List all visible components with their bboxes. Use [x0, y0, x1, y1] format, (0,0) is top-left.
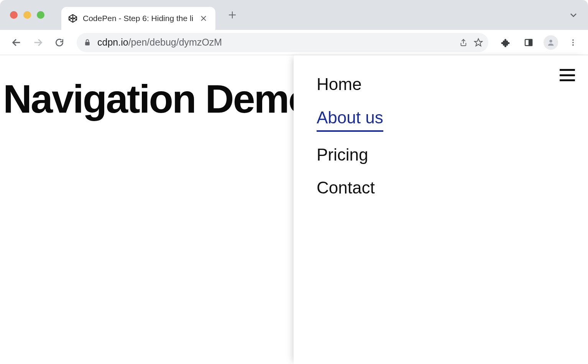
nav-item-home: Home: [317, 74, 565, 95]
hamburger-menu-button[interactable]: [560, 69, 575, 81]
browser-toolbar: cdpn.io/pen/debug/dymzOzM: [0, 30, 588, 55]
extensions-button[interactable]: [498, 34, 514, 51]
profile-avatar[interactable]: [544, 35, 558, 50]
window-zoom-button[interactable]: [37, 11, 44, 19]
window-close-button[interactable]: [10, 11, 18, 19]
nav-link-contact[interactable]: Contact: [317, 178, 375, 198]
share-icon[interactable]: [459, 38, 468, 47]
svg-marker-10: [475, 39, 482, 46]
window-minimize-button[interactable]: [23, 11, 31, 19]
side-panel-button[interactable]: [521, 34, 537, 51]
codepen-icon: [68, 14, 77, 23]
nav-item-pricing: Pricing: [317, 145, 565, 165]
tab-title: CodePen - Step 6: Hiding the li: [83, 14, 193, 23]
nav-link-home[interactable]: Home: [317, 74, 361, 95]
bookmark-icon[interactable]: [474, 38, 483, 47]
svg-point-13: [549, 39, 552, 42]
nav-list: Home About us Pricing Contact: [317, 74, 565, 198]
browser-chrome: CodePen - Step 6: Hiding the li: [0, 0, 588, 55]
url-host: cdpn.io: [97, 37, 128, 48]
svg-rect-9: [85, 42, 90, 45]
nav-link-about[interactable]: About us: [317, 108, 383, 132]
kebab-menu-button[interactable]: [565, 34, 581, 51]
nav-item-about: About us: [317, 108, 565, 132]
nav-item-contact: Contact: [317, 178, 565, 198]
tab-close-button[interactable]: [199, 13, 209, 23]
lock-icon: [84, 39, 91, 46]
browser-tab-active[interactable]: CodePen - Step 6: Hiding the li: [61, 7, 215, 30]
nav-link-pricing[interactable]: Pricing: [317, 145, 368, 165]
window-controls: [10, 11, 44, 19]
svg-rect-12: [529, 39, 532, 46]
tab-overflow-button[interactable]: [566, 7, 581, 23]
svg-point-15: [572, 42, 574, 43]
new-tab-button[interactable]: [223, 6, 241, 24]
back-button[interactable]: [8, 34, 25, 51]
side-navigation-panel: Home About us Pricing Contact: [294, 55, 588, 364]
page-viewport: Navigation Demo Home About us Pricing Co…: [0, 55, 588, 364]
url-text: cdpn.io/pen/debug/dymzOzM: [97, 37, 453, 48]
forward-button[interactable]: [30, 34, 46, 51]
tab-strip: CodePen - Step 6: Hiding the li: [0, 0, 588, 30]
svg-point-14: [572, 39, 574, 41]
svg-point-16: [572, 44, 574, 46]
url-path: /pen/debug/dymzOzM: [128, 37, 222, 48]
reload-button[interactable]: [51, 34, 67, 51]
address-bar[interactable]: cdpn.io/pen/debug/dymzOzM: [77, 33, 488, 52]
